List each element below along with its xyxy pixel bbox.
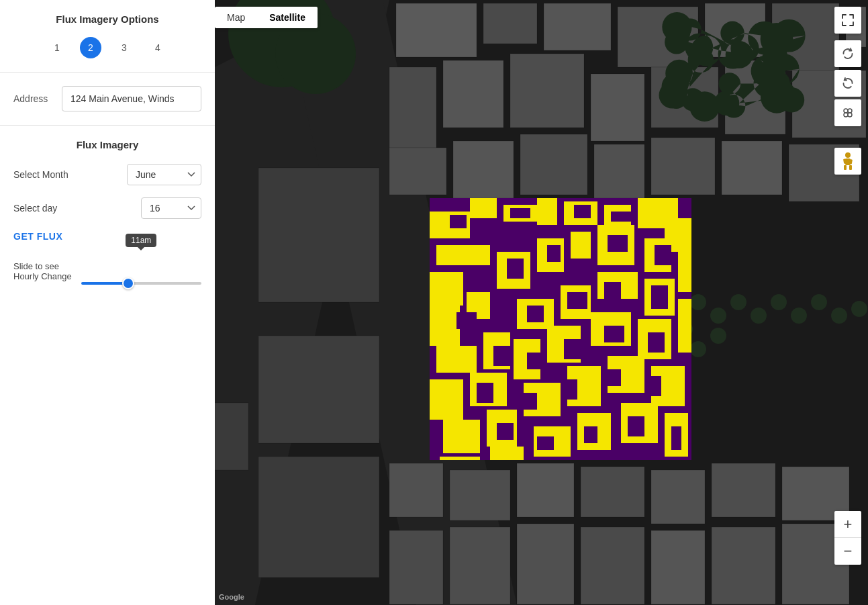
svg-rect-78	[844, 165, 847, 170]
map-area: Map Satellite	[215, 0, 868, 605]
svg-rect-48	[507, 259, 524, 279]
pegman-button[interactable]	[834, 148, 861, 175]
svg-rect-59	[564, 339, 581, 359]
left-panel: Flux Imagery Options 1 2 3 4 Address Flu…	[0, 0, 215, 605]
svg-rect-65	[601, 369, 621, 386]
address-input[interactable]	[62, 86, 201, 111]
zoom-in-button[interactable]: +	[834, 511, 861, 538]
day-select[interactable]: 1234567891011121314151617181920212223242…	[141, 197, 201, 219]
svg-rect-11	[430, 306, 460, 346]
undo-button[interactable]	[834, 70, 861, 97]
month-row: Select Month JanuaryFebruaryMarchAprilMa…	[13, 164, 201, 185]
svg-rect-6	[537, 198, 557, 225]
svg-rect-70	[628, 416, 644, 436]
panel-title: Flux Imagery Options	[13, 13, 201, 25]
fullscreen-button[interactable]	[834, 7, 861, 34]
map-right-controls	[834, 40, 861, 126]
svg-rect-58	[527, 353, 540, 369]
heatmap-overlay	[430, 198, 691, 460]
svg-rect-53	[527, 306, 544, 322]
zoom-controls: + −	[834, 511, 861, 565]
svg-rect-45	[510, 208, 530, 218]
zoom-out-button[interactable]: −	[834, 538, 861, 565]
svg-rect-4	[470, 198, 497, 218]
svg-rect-18	[678, 252, 691, 292]
step-1[interactable]: 1	[46, 37, 68, 58]
address-row: Address	[13, 86, 201, 111]
svg-point-75	[848, 113, 852, 117]
map-button[interactable]: Map	[215, 7, 257, 28]
svg-rect-31	[678, 299, 691, 353]
svg-rect-47	[611, 212, 631, 222]
svg-rect-57	[493, 346, 510, 366]
svg-rect-38	[440, 457, 480, 460]
layers-button[interactable]	[834, 99, 861, 126]
google-watermark: Google	[219, 593, 244, 601]
svg-point-73	[848, 109, 852, 113]
svg-rect-71	[671, 426, 681, 450]
svg-rect-63	[524, 393, 537, 410]
svg-rect-19	[436, 346, 477, 373]
svg-point-76	[845, 152, 851, 158]
svg-rect-69	[584, 426, 597, 443]
step-4[interactable]: 4	[147, 37, 168, 58]
slider-label: Slide to see Hourly Change	[13, 261, 72, 281]
flux-imagery-section: Flux Imagery Select Month JanuaryFebruar…	[0, 126, 215, 605]
time-tooltip: 11am	[126, 234, 156, 247]
layers-icon	[841, 106, 855, 120]
svg-rect-68	[537, 436, 554, 450]
svg-rect-3	[430, 272, 463, 306]
get-flux-button[interactable]: GET FLUX	[13, 231, 62, 242]
step-indicators: 1 2 3 4	[13, 37, 201, 58]
svg-rect-56	[651, 285, 668, 309]
undo-icon	[841, 77, 855, 90]
svg-rect-55	[604, 282, 621, 302]
select-month-label: Select Month	[13, 169, 68, 180]
satellite-button[interactable]: Satellite	[257, 7, 318, 28]
svg-rect-60	[604, 326, 624, 342]
step-2[interactable]: 2	[80, 37, 101, 58]
refresh-button[interactable]	[834, 40, 861, 67]
fullscreen-icon	[842, 14, 854, 26]
options-section: Flux Imagery Options 1 2 3 4	[0, 0, 215, 73]
svg-rect-44	[450, 215, 467, 228]
month-select[interactable]: JanuaryFebruaryMarchAprilMayJuneJulyAugu…	[127, 164, 201, 185]
svg-rect-15	[571, 232, 591, 259]
svg-rect-62	[477, 383, 493, 403]
svg-rect-52	[456, 312, 477, 329]
svg-rect-25	[430, 379, 463, 420]
svg-rect-67	[497, 423, 514, 440]
select-day-label: Select day	[13, 203, 57, 214]
svg-rect-64	[561, 379, 577, 400]
svg-rect-51	[655, 245, 671, 265]
svg-rect-50	[608, 235, 628, 252]
address-section: Address	[0, 73, 215, 126]
svg-point-72	[844, 109, 848, 113]
address-label: Address	[13, 93, 54, 104]
svg-rect-66	[644, 376, 661, 396]
svg-rect-32	[443, 420, 480, 453]
svg-rect-46	[574, 205, 591, 218]
map-type-buttons: Map Satellite	[215, 7, 318, 28]
svg-point-74	[844, 113, 848, 117]
day-row: Select day 12345678910111213141516171819…	[13, 197, 201, 219]
flux-imagery-title: Flux Imagery	[13, 139, 201, 150]
svg-rect-79	[849, 165, 852, 170]
svg-rect-54	[567, 292, 587, 309]
svg-rect-39	[490, 447, 524, 460]
pegman-icon	[840, 152, 855, 171]
refresh-icon	[841, 47, 855, 60]
step-3[interactable]: 3	[113, 37, 135, 58]
slider-section: Slide to see Hourly Change 11am	[13, 255, 201, 287]
svg-rect-49	[547, 245, 561, 262]
svg-rect-61	[648, 332, 665, 353]
hourly-slider[interactable]	[81, 282, 201, 285]
svg-rect-2	[436, 245, 490, 265]
